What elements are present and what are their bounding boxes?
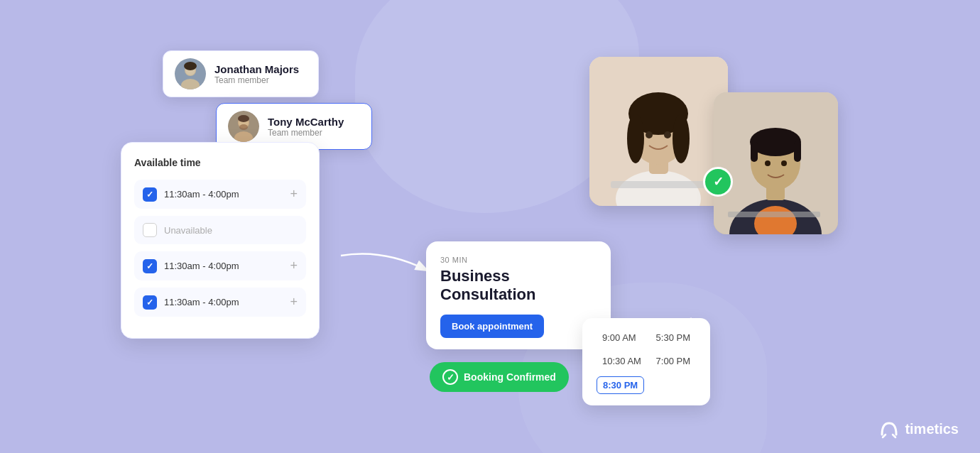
svg-point-30 (781, 160, 787, 166)
plus-icon-1[interactable]: + (290, 187, 298, 202)
checkbox-1[interactable]: ✓ (143, 187, 157, 202)
avatar-jonathan-svg (175, 58, 206, 89)
green-checkmark-icon: ✓ (713, 174, 724, 190)
timeslot-row-3: 8:30 PM (597, 376, 696, 394)
svg-point-16 (627, 114, 644, 163)
tony-role: Team member (268, 128, 344, 138)
booking-confirmed-badge: ✓ Booking Confirmed (430, 362, 569, 392)
timeslot-900am[interactable]: 9:00 AM (597, 329, 642, 346)
svg-point-9 (239, 124, 248, 130)
book-appointment-button[interactable]: Book appointment (440, 315, 544, 338)
svg-line-32 (883, 435, 886, 437)
svg-point-17 (673, 114, 690, 163)
avatar-jonathan (175, 58, 206, 89)
tony-info: Tony McCarthy Team member (268, 116, 344, 138)
person-male (714, 92, 838, 234)
green-check-overlay: ✓ (703, 167, 733, 197)
time-label-1: 11:30am - 4:00pm (164, 189, 283, 200)
jonathan-info: Jonathan Majors Team member (214, 63, 299, 85)
booking-confirmed-text: Booking Confirmed (464, 371, 556, 383)
checkbox-3[interactable]: ✓ (143, 259, 157, 273)
tony-name: Tony McCarthy (268, 116, 344, 128)
timetics-logo: timetics (879, 419, 959, 439)
available-time-title: Available time (134, 157, 306, 168)
plus-icon-4[interactable]: + (290, 295, 298, 310)
svg-point-4 (184, 62, 197, 70)
svg-rect-28 (794, 141, 801, 162)
avatar-tony-svg (228, 111, 259, 142)
checkbox-2[interactable] (143, 223, 157, 237)
svg-point-18 (646, 131, 653, 138)
checkmark-3: ✓ (146, 261, 153, 271)
svg-point-10 (238, 115, 249, 122)
consultation-title: Business Consultation (440, 267, 597, 305)
timetics-logo-icon (879, 419, 899, 439)
arrow-right-svg (334, 241, 433, 284)
checkmark-4: ✓ (146, 298, 153, 307)
video-area: ✓ (589, 57, 852, 256)
svg-rect-20 (611, 181, 707, 188)
timetics-brand-name: timetics (905, 421, 959, 437)
svg-rect-31 (728, 212, 820, 217)
avatar-tony (228, 111, 259, 142)
time-label-4: 11:30am - 4:00pm (164, 297, 283, 307)
jonathan-role: Team member (214, 75, 299, 85)
male-illustration (714, 92, 838, 234)
unavailable-label: Unavailable (164, 225, 298, 236)
checkmark-1: ✓ (146, 190, 153, 200)
svg-point-29 (765, 160, 771, 166)
timeslot-1030am[interactable]: 10:30 AM (597, 353, 647, 369)
timeslot-830pm[interactable]: 8:30 PM (597, 376, 644, 394)
timeslot-row-1: 9:00 AM 5:30 PM (597, 329, 696, 346)
jonathan-name: Jonathan Majors (214, 63, 299, 75)
timeslot-700pm[interactable]: 7:00 PM (650, 353, 696, 369)
available-time-panel: Available time ✓ 11:30am - 4:00pm + Unav… (121, 142, 320, 339)
consultation-duration: 30 MIN (440, 256, 597, 264)
plus-icon-3[interactable]: + (290, 258, 298, 273)
time-row-2[interactable]: Unavailable (134, 216, 306, 244)
time-label-3: 11:30am - 4:00pm (164, 261, 283, 271)
svg-rect-27 (751, 141, 758, 162)
checkbox-4[interactable]: ✓ (143, 295, 157, 310)
time-row-4[interactable]: ✓ 11:30am - 4:00pm + (134, 288, 306, 317)
confirmed-check-icon: ✓ (442, 369, 458, 385)
svg-point-19 (664, 131, 671, 138)
svg-line-33 (893, 435, 895, 437)
time-row-1[interactable]: ✓ 11:30am - 4:00pm + (134, 180, 306, 209)
video-card-male (714, 92, 838, 234)
timeslots-card: 9:00 AM 5:30 PM 10:30 AM 7:00 PM 8:30 PM (582, 318, 710, 405)
team-card-jonathan: Jonathan Majors Team member (163, 50, 319, 97)
timeslot-530pm[interactable]: 5:30 PM (650, 329, 696, 346)
confirmed-checkmark: ✓ (447, 372, 454, 383)
time-row-3[interactable]: ✓ 11:30am - 4:00pm + (134, 251, 306, 280)
timeslot-row-2: 10:30 AM 7:00 PM (597, 353, 696, 369)
